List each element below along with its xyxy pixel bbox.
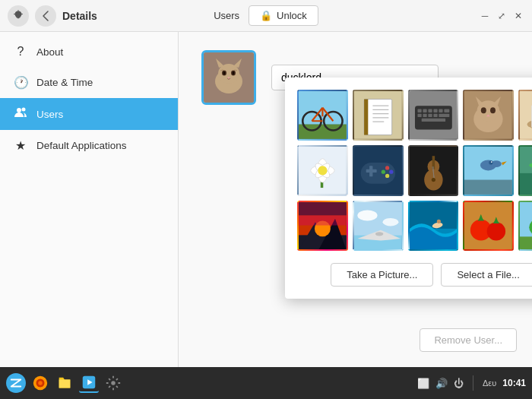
svg-point-78 [431, 178, 435, 182]
close-button[interactable]: ✕ [512, 10, 524, 22]
taskbar-apps [6, 373, 123, 393]
sidebar-item-about[interactable]: ? About [0, 36, 178, 67]
svg-point-48 [481, 107, 486, 113]
zorin-menu-button[interactable] [6, 373, 26, 393]
avatar-option-hummingbird[interactable] [518, 145, 532, 196]
svg-point-103 [357, 210, 377, 220]
avatar-option-bird[interactable] [463, 145, 514, 196]
svg-rect-38 [423, 114, 426, 117]
svg-rect-88 [520, 147, 532, 173]
firefox-button[interactable] [30, 373, 50, 393]
sidebar-item-datetime-label: Date & Time [36, 77, 93, 88]
maximize-button[interactable]: ⤢ [496, 10, 508, 22]
svg-rect-100 [299, 215, 347, 225]
svg-point-122 [38, 381, 43, 385]
avatar-option-bike[interactable] [297, 90, 348, 141]
sidebar-item-users-label: Users [36, 109, 63, 120]
svg-point-0 [17, 108, 21, 112]
taskbar-time: 10:41 [502, 378, 526, 388]
svg-rect-81 [464, 179, 512, 194]
svg-rect-35 [439, 109, 442, 112]
svg-rect-99 [299, 202, 347, 215]
volume-icon[interactable]: 🔊 [435, 378, 448, 389]
sidebar-item-default-apps-label: Default Applications [36, 140, 127, 151]
svg-rect-37 [417, 114, 421, 117]
svg-point-113 [487, 222, 505, 240]
svg-point-125 [111, 381, 116, 385]
taskbar: ⬜ 🔊 ⏻ Δευ 10:41 [0, 367, 532, 399]
svg-rect-23 [364, 99, 368, 135]
minimize-button[interactable]: ─ [479, 10, 491, 22]
avatar-picker-overlay: Take a Picture... Select a File... [285, 78, 532, 299]
lock-icon: 🔒 [260, 10, 272, 21]
svg-rect-51 [520, 91, 532, 139]
clock-icon: 🕐 [14, 75, 27, 90]
svg-point-62 [318, 166, 327, 175]
content-area: Take a Picture... Select a File... Remov… [179, 32, 532, 367]
taskbar-windows-icon: ⬜ [417, 378, 429, 389]
svg-rect-14 [299, 125, 347, 139]
svg-point-70 [385, 174, 389, 178]
take-picture-button[interactable]: Take a Picture... [331, 263, 433, 287]
avatar-option-keyboard[interactable] [408, 90, 459, 141]
software-center-button[interactable] [79, 373, 99, 393]
files-button[interactable] [55, 373, 74, 393]
unlock-label: Unlock [277, 10, 307, 21]
titlebar: Details Users 🔒 Unlock ─ ⤢ ✕ [0, 0, 532, 32]
taskbar-day: Δευ [483, 378, 496, 388]
avatar-option-surf[interactable] [408, 201, 459, 252]
avatar-option-guitar[interactable] [408, 145, 459, 196]
svg-point-1 [22, 108, 26, 112]
avatar-option-sunset[interactable] [297, 201, 348, 252]
svg-rect-32 [423, 109, 426, 112]
about-icon: ? [14, 45, 27, 59]
svg-point-67 [385, 166, 389, 169]
sidebar-item-users[interactable]: Users [0, 98, 178, 130]
sidebar-item-datetime[interactable]: 🕐 Date & Time [0, 67, 178, 98]
picker-actions: Take a Picture... Select a File... [297, 263, 532, 287]
power-icon[interactable]: ⏻ [454, 378, 464, 389]
svg-point-85 [489, 160, 493, 164]
avatar-option-flower[interactable] [297, 145, 348, 196]
users-icon [14, 106, 27, 122]
users-section-label: Users [214, 10, 239, 21]
titlebar-right: ─ ⤢ ✕ [318, 10, 524, 22]
avatar-option-plane[interactable] [353, 201, 404, 252]
avatar-grid [297, 90, 532, 251]
titlebar-left: Details [8, 5, 214, 27]
sidebar-item-about-label: About [36, 46, 63, 58]
svg-rect-39 [428, 114, 432, 117]
taskbar-divider [473, 375, 473, 391]
user-avatar[interactable] [201, 50, 256, 105]
avatar-option-gamepad[interactable] [353, 145, 404, 196]
svg-point-10 [233, 71, 235, 75]
svg-point-110 [436, 219, 440, 223]
titlebar-center: Users 🔒 Unlock [214, 5, 318, 26]
avatar-option-tree[interactable] [518, 201, 532, 252]
select-file-button[interactable]: Select a File... [441, 263, 532, 287]
back-button[interactable] [35, 5, 56, 27]
taskbar-system-tray: ⬜ 🔊 ⏻ Δευ 10:41 [417, 375, 526, 391]
avatar-option-cat[interactable] [463, 90, 514, 141]
settings-taskbar-button[interactable] [103, 373, 123, 393]
svg-point-68 [382, 169, 385, 173]
svg-rect-36 [444, 109, 449, 112]
window-title: Details [62, 10, 97, 22]
avatar-option-book[interactable] [353, 90, 404, 141]
remove-user-button[interactable]: Remove User... [420, 328, 517, 352]
svg-point-106 [375, 232, 383, 236]
avatar-option-coffee[interactable] [518, 90, 532, 141]
sidebar-item-default-apps[interactable]: ★ Default Applications [0, 130, 178, 161]
svg-point-49 [490, 107, 496, 113]
avatar-option-tomatoes[interactable] [463, 201, 514, 252]
svg-rect-42 [421, 119, 445, 122]
svg-point-86 [491, 161, 492, 163]
svg-rect-40 [433, 114, 437, 117]
unlock-button[interactable]: 🔒 Unlock [249, 5, 318, 26]
svg-rect-66 [369, 166, 372, 176]
settings-gear-button[interactable] [8, 5, 29, 27]
sidebar: ? About 🕐 Date & Time Users ★ Default Ap… [0, 32, 179, 367]
star-icon: ★ [14, 138, 27, 153]
svg-point-9 [223, 71, 226, 75]
svg-rect-115 [520, 236, 532, 249]
